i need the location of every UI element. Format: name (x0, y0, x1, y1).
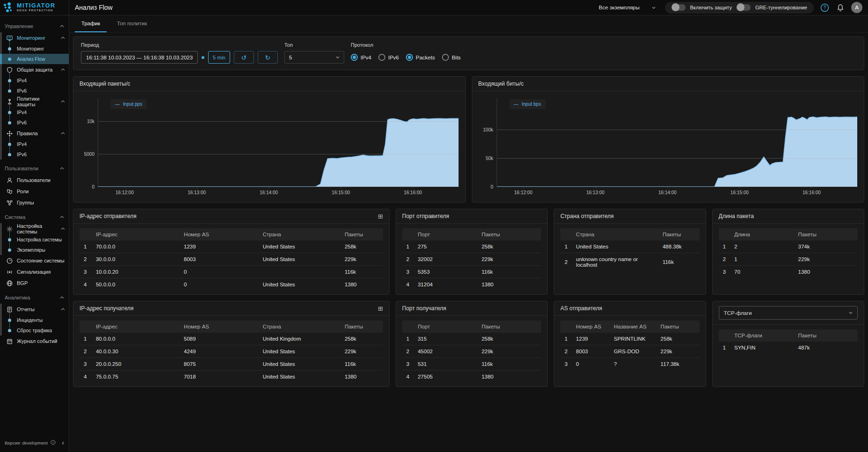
ipv6-radio[interactable]: IPv6 (378, 54, 399, 61)
x-axis-label: 16:16:00 (803, 190, 821, 195)
sidebar-section-management[interactable]: Управление (0, 20, 69, 32)
sidebar-item-alarms[interactable]: Сигнализация (0, 266, 69, 277)
avatar[interactable]: A (851, 2, 862, 13)
period-label: Период (81, 42, 278, 48)
sidebar-item-system-status[interactable]: Состояние системы (0, 255, 69, 266)
table-cell: 258k (340, 333, 383, 345)
expand-table-button[interactable]: ⊞ (378, 213, 383, 219)
sidebar-item-general-protection[interactable]: Общая защита (0, 64, 69, 75)
tcp-flags-select-row: TCP-флаги (713, 301, 864, 325)
card-tcp-flags: TCP-флагиTCP-флагиПакеты1SYN,FIN487k (712, 301, 864, 387)
table-wrap: СтранаПакеты1United States488.38k2unknow… (554, 224, 705, 275)
data-table: СтранаПакеты1United States488.38k2unknow… (560, 228, 699, 271)
table-cell: 45002 (413, 345, 477, 358)
packets-radio[interactable]: Packets (406, 54, 435, 61)
chevron-up-icon (60, 216, 64, 219)
table-header-row: IP-адресНомер ASСтранаПакеты (80, 228, 383, 241)
undo-icon: ↺ (241, 54, 247, 61)
sidebar-item-bgp[interactable]: BGP (0, 277, 69, 289)
table-card-header: IP-адрес получателя⊞ (73, 301, 389, 316)
radio-circle-icon (442, 54, 449, 61)
notifications-bell-icon[interactable] (836, 3, 845, 12)
x-axis-label: 16:13:00 (188, 190, 206, 195)
top-select[interactable]: 5 (284, 51, 344, 64)
table-cell: ? (609, 358, 656, 371)
chart-plot[interactable]: —Input bps 50k100k016:12:0016:13:0016:14… (497, 98, 858, 187)
card-source-port: Порт отправителяПортПакеты1275258k232002… (396, 209, 548, 295)
chevron-up-icon (61, 227, 65, 230)
column-header: Пакеты (340, 321, 383, 333)
column-header-index (560, 321, 571, 333)
sidebar-item-rules-ipv6[interactable]: IPv6 (0, 149, 69, 160)
tab-traffic[interactable]: Трафик (75, 15, 107, 32)
refresh-button[interactable]: ↻ (258, 51, 278, 64)
sidebar-section-system[interactable]: Система (0, 211, 69, 223)
ipv4-radio[interactable]: IPv4 (351, 54, 371, 61)
help-icon[interactable]: ? (820, 3, 829, 12)
expand-table-button[interactable]: ⊞ (378, 306, 383, 312)
sidebar-item-traffic-dump[interactable]: Сброс трафика (0, 325, 69, 335)
bits-radio[interactable]: Bits (442, 54, 461, 61)
table-cell: United States (259, 241, 340, 253)
radio-label: IPv4 (361, 55, 371, 60)
sidebar-item-protection-policies[interactable]: Политики защиты (0, 96, 69, 107)
quick-range-button[interactable]: 5 min (208, 51, 230, 64)
sidebar-item-monitoring-group[interactable]: Мониторинг (0, 32, 69, 44)
table-cell: 116k (477, 358, 542, 371)
table-row: 21229k (719, 253, 858, 266)
sidebar-item-groups[interactable]: Группы (0, 197, 69, 208)
sidebar-footer: Версия: development i ‹ (0, 433, 69, 452)
tree-dot-icon (8, 111, 11, 114)
sidebar-item-monitoring[interactable]: Мониторинг (0, 44, 69, 54)
column-header-index (719, 329, 730, 342)
x-axis-tick (739, 187, 740, 189)
row-index-cell: 1 (402, 333, 413, 345)
sidebar-item-users[interactable]: Пользователи (0, 175, 69, 186)
table-header-row: ДлинаПакеты (719, 228, 858, 241)
table-cell: 229k (340, 253, 383, 266)
collapse-sidebar-icon[interactable]: ‹ (62, 439, 64, 446)
sidebar-item-system-settings[interactable]: Настройка системы (0, 234, 69, 245)
sidebar-item-system-settings-group[interactable]: Настройка системы (0, 223, 69, 234)
sidebar-item-general-protection-ipv6[interactable]: IPv6 (0, 86, 69, 96)
table-cell: 40.0.0.30 (92, 345, 180, 358)
period-input[interactable]: 16:11:38 10.03.2023 — 16:16:38 10.03.202… (81, 51, 198, 64)
table-cell: 487k (794, 342, 858, 354)
gre-toggle[interactable] (737, 4, 751, 11)
table-title: Порт отправителя (402, 213, 449, 219)
sidebar-item-general-protection-ipv4[interactable]: IPv4 (0, 75, 69, 86)
protect-toggle[interactable] (672, 4, 686, 11)
sidebar-item-policies-ipv6[interactable]: IPv6 (0, 117, 69, 128)
sidebar-group-groups: Группы (0, 197, 69, 208)
chart-title: Входящий биты/с (478, 80, 524, 87)
table-row: 180.0.0.05089United Kingdom258k (80, 333, 383, 345)
sidebar-group-roles: Роли (0, 186, 69, 197)
toggles-pill: Включить защиту GRE-туннелирование (665, 2, 814, 14)
content: Период 16:11:38 10.03.2023 — 16:16:38 10… (69, 33, 868, 452)
chevron-up-icon (61, 36, 65, 39)
sidebar-item-instances[interactable]: Экземпляры (0, 245, 69, 255)
table-cell: 116k (658, 253, 700, 271)
chart-plot[interactable]: —Input pps 500010k016:12:0016:13:0016:14… (98, 98, 459, 187)
tree-dot-icon (8, 238, 11, 241)
table-cell: 4249 (180, 345, 259, 358)
gridline (98, 121, 459, 122)
sidebar-item-flow-analysis[interactable]: Анализ Flow (0, 54, 69, 64)
sidebar-section-users[interactable]: Пользователи (0, 162, 69, 175)
undo-refresh-button[interactable]: ↺ (234, 51, 254, 64)
row-index-cell: 2 (719, 253, 730, 266)
sidebar-item-policies-ipv4[interactable]: IPv4 (0, 107, 69, 117)
sidebar-item-reports-group[interactable]: Отчеты (0, 304, 69, 315)
instances-select[interactable]: Все экземпляры (596, 3, 658, 12)
sidebar-item-label: Анализ Flow (17, 56, 45, 62)
sidebar-item-incidents[interactable]: Инциденты (0, 315, 69, 325)
sidebar-item-rules-ipv4[interactable]: IPv4 (0, 139, 69, 149)
sidebar-item-event-log[interactable]: Журнал событий (0, 335, 69, 347)
table-cell: 1380 (477, 278, 542, 291)
sidebar-item-rules[interactable]: Правила (0, 128, 69, 139)
tcp-flags-select[interactable]: TCP-флаги (719, 306, 858, 320)
sidebar-item-roles[interactable]: Роли (0, 186, 69, 197)
table-row: 2unknown country name or localhost116k (560, 253, 699, 271)
tab-top-policies[interactable]: Топ политик (110, 15, 153, 32)
sidebar-section-analytics[interactable]: Аналитика (0, 292, 69, 304)
